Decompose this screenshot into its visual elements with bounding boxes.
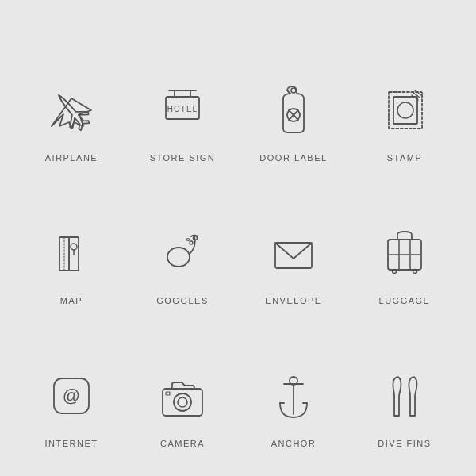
stamp-icon — [373, 79, 436, 142]
svg-point-5 — [291, 88, 296, 93]
goggles-icon — [151, 221, 214, 285]
cell-map: MAP — [20, 171, 123, 305]
icon-grid: AIRPLANE HOTEL STORE SIGN — [4, 12, 472, 464]
anchor-icon — [262, 364, 325, 428]
goggles-label: GOGGLES — [156, 296, 209, 305]
cell-internet: @ INTERNET — [20, 313, 123, 448]
svg-text:HOTEL: HOTEL — [167, 105, 198, 113]
cell-store-sign: HOTEL STORE SIGN — [131, 28, 234, 163]
envelope-icon — [262, 221, 325, 285]
svg-text:@: @ — [63, 386, 80, 405]
door-label-icon — [262, 79, 325, 142]
envelope-label: ENVELOPE — [265, 296, 321, 305]
cell-door-label: DOOR LABEL — [242, 28, 345, 163]
store-sign-icon: HOTEL — [151, 79, 214, 142]
cell-anchor: ANCHOR — [242, 313, 345, 448]
svg-point-35 — [178, 397, 187, 407]
dive-fins-label: DIVE FINS — [378, 439, 431, 448]
airplane-icon — [40, 79, 103, 142]
door-label-label: DOOR LABEL — [259, 153, 327, 163]
luggage-icon — [373, 221, 436, 285]
store-sign-label: STORE SIGN — [150, 153, 216, 163]
luggage-label: LUGGAGE — [379, 296, 431, 305]
map-label: MAP — [60, 296, 83, 305]
internet-label: INTERNET — [45, 439, 98, 448]
cell-luggage: LUGGAGE — [353, 171, 456, 305]
camera-icon — [151, 364, 214, 428]
map-icon — [40, 221, 103, 285]
svg-point-11 — [397, 102, 413, 118]
cell-envelope: ENVELOPE — [242, 171, 345, 305]
svg-point-21 — [190, 241, 193, 244]
svg-point-30 — [413, 270, 417, 274]
cell-goggles: GOGGLES — [131, 171, 234, 305]
svg-rect-36 — [166, 392, 170, 395]
svg-point-17 — [71, 244, 77, 250]
airplane-label: AIRPLANE — [45, 153, 98, 163]
cell-stamp: STAMP — [353, 28, 456, 163]
internet-icon: @ — [40, 364, 103, 428]
stamp-label: STAMP — [387, 153, 423, 163]
dive-fins-icon — [373, 364, 436, 428]
cell-camera: CAMERA — [131, 313, 234, 448]
svg-point-29 — [393, 270, 397, 274]
svg-point-34 — [174, 393, 191, 411]
svg-rect-24 — [275, 243, 312, 268]
anchor-label: ANCHOR — [271, 439, 317, 448]
cell-dive-fins: DIVE FINS — [353, 313, 456, 448]
cell-airplane: AIRPLANE — [20, 28, 123, 163]
svg-point-23 — [187, 239, 190, 241]
camera-label: CAMERA — [160, 439, 205, 448]
svg-point-20 — [167, 248, 190, 267]
